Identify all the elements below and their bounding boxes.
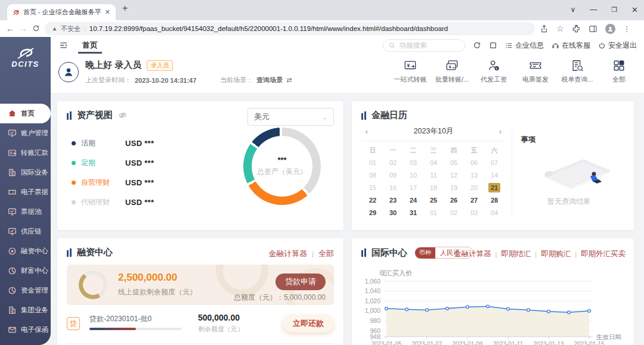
calendar-day[interactable]: 10	[403, 169, 423, 181]
calendar-day[interactable]: 04	[423, 157, 444, 169]
sidebar-item-1[interactable]: 首页	[0, 104, 51, 123]
calendar-day[interactable]: 11	[423, 169, 444, 181]
forward-icon[interactable]: →	[19, 24, 27, 33]
minimize-icon[interactable]: —	[590, 5, 597, 14]
tool-list[interactable]: 企业信息	[505, 41, 544, 51]
refresh-icon[interactable]	[473, 41, 481, 49]
quick-action-6[interactable]: 全部	[601, 59, 637, 84]
maximize-icon[interactable]: ❐	[611, 6, 617, 14]
eye-off-icon[interactable]	[118, 111, 127, 120]
calendar-day[interactable]: 03	[464, 207, 484, 219]
function-search[interactable]	[383, 39, 465, 52]
calendar-day[interactable]: 16	[383, 182, 403, 194]
share-icon[interactable]	[540, 24, 549, 33]
quick-action-4[interactable]: 电票签发	[518, 59, 553, 84]
scene-value: 查询场景	[256, 76, 283, 85]
calendar-day[interactable]: 13	[464, 169, 484, 181]
repay-now-button[interactable]: 立即还款	[283, 315, 334, 332]
tab-close-icon[interactable]: ✕	[105, 8, 110, 16]
calendar-day[interactable]: 07	[484, 157, 504, 169]
pie-chart-icon	[8, 286, 17, 295]
reload-icon[interactable]	[32, 24, 40, 33]
sidebar-item-8[interactable]: 融资中心	[0, 241, 51, 261]
international-link-2[interactable]: 即期结汇	[501, 249, 531, 259]
calendar-day[interactable]: 01	[423, 207, 444, 219]
calendar-day[interactable]: 15	[363, 182, 383, 194]
dashboard-content: 资产视图 美元 ⌄ 活期USD ***定期USD ***自营理财USD ***代…	[51, 94, 644, 345]
sidebar-item-9[interactable]: 财富中心	[0, 261, 51, 281]
last-login-value: 2023-10-20 14:31:47	[135, 77, 196, 84]
theme-skin-icon[interactable]	[489, 41, 497, 49]
calendar-day[interactable]: 09	[383, 169, 403, 181]
browser-tab[interactable]: 首页 - 企业综合金融服务平台 ✕	[7, 4, 116, 20]
legend-value: USD ***	[125, 158, 154, 167]
calendar-day[interactable]: 19	[444, 182, 464, 194]
legend-value: USD ***	[125, 198, 154, 207]
calendar-day[interactable]: 04	[484, 207, 504, 219]
sidebar-item-4[interactable]: 国际业务	[0, 163, 51, 182]
search-input[interactable]	[398, 41, 458, 49]
quick-action-3[interactable]: ¥代发工资	[476, 59, 512, 84]
calendar-day[interactable]: 18	[423, 182, 444, 194]
calendar-day-today[interactable]: 21	[484, 182, 504, 194]
sidebar-item-3[interactable]: ¥转账汇款	[0, 143, 51, 163]
tool-power[interactable]: 安全退出	[598, 41, 637, 51]
calendar-day[interactable]: 26	[444, 194, 464, 206]
international-link-4[interactable]: 即期外汇买卖	[581, 249, 626, 259]
international-link-3[interactable]: 即期购汇	[541, 249, 571, 259]
quick-action-2[interactable]: ¥批量转账/...	[434, 59, 470, 84]
calendar-day[interactable]: 23	[383, 194, 403, 206]
browser-profile-avatar[interactable]	[605, 24, 615, 34]
tab-home[interactable]: 首页	[76, 37, 104, 54]
calendar-day[interactable]: 29	[363, 207, 383, 219]
sidebar-item-10[interactable]: 资金管理	[0, 281, 51, 300]
calendar-day[interactable]: 27	[464, 194, 484, 206]
scene-switch-icon[interactable]: ⇄	[286, 76, 292, 84]
sidebar-item-12[interactable]: 电子保函	[0, 320, 51, 340]
calendar-day[interactable]: 31	[403, 207, 423, 219]
calendar-day[interactable]: 30	[383, 207, 403, 219]
calendar-day[interactable]: 05	[444, 157, 464, 169]
tool-headset[interactable]: 在线客服	[552, 41, 590, 51]
sidebar-item-7[interactable]: 供应链	[0, 222, 51, 241]
window-group-icon[interactable]: ∨	[570, 5, 575, 14]
calendar-day[interactable]: 17	[403, 182, 423, 194]
prev-month-icon[interactable]: ‹	[366, 128, 368, 136]
bookmark-star-icon[interactable]: ☆	[556, 24, 564, 33]
calendar-day[interactable]: 20	[464, 182, 484, 194]
currency-select[interactable]: 美元 ⌄	[247, 108, 334, 126]
international-link-1[interactable]: 金融计算器	[454, 249, 491, 259]
quick-action-1[interactable]: ¥一站式转账	[392, 59, 428, 84]
calendar-day[interactable]: 24	[403, 194, 423, 206]
quick-action-5[interactable]: 税单查询...	[559, 59, 595, 84]
calendar-day[interactable]: 03	[403, 157, 423, 169]
calendar-day[interactable]: 02	[383, 157, 403, 169]
browser-menu-icon[interactable]: ⋮	[623, 24, 631, 33]
calendar-day[interactable]: 08	[363, 169, 383, 181]
side-panel-icon[interactable]	[589, 24, 597, 33]
quick-action-label: 税单查询...	[561, 75, 593, 84]
calendar-day[interactable]: 14	[484, 169, 504, 181]
extensions-icon[interactable]	[572, 24, 581, 33]
calendar-day[interactable]: 12	[444, 169, 464, 181]
financing-link-2[interactable]: 全部	[318, 248, 334, 259]
calendar-day[interactable]: 06	[464, 157, 484, 169]
sidebar-item-11[interactable]: 集团业务	[0, 300, 51, 320]
url-field[interactable]: ▲ 不安全 | 10.7.19.22:8999/fpaas_bucket/941…	[45, 22, 535, 35]
calendar-day[interactable]: 25	[423, 194, 444, 206]
calendar-day[interactable]: 28	[484, 194, 504, 206]
menu-fold-icon[interactable]	[59, 41, 68, 49]
calendar-day[interactable]: 02	[444, 207, 464, 219]
next-month-icon[interactable]: ›	[499, 128, 501, 136]
sidebar-item-6[interactable]: 票据池	[0, 202, 51, 222]
back-icon[interactable]: ←	[6, 24, 14, 33]
calendar-day[interactable]: 22	[363, 194, 383, 206]
loan-apply-button[interactable]: 贷款申请	[275, 273, 326, 290]
new-tab-button[interactable]: +	[122, 3, 128, 14]
person-icon	[63, 66, 75, 78]
calendar-day[interactable]: 01	[363, 157, 383, 169]
sidebar-item-5[interactable]: 电子票据	[0, 182, 51, 202]
financing-link-1[interactable]: 金融计算器	[268, 248, 307, 259]
sidebar-item-2[interactable]: 账户管理	[0, 123, 51, 143]
close-icon[interactable]: ✕	[631, 5, 638, 14]
